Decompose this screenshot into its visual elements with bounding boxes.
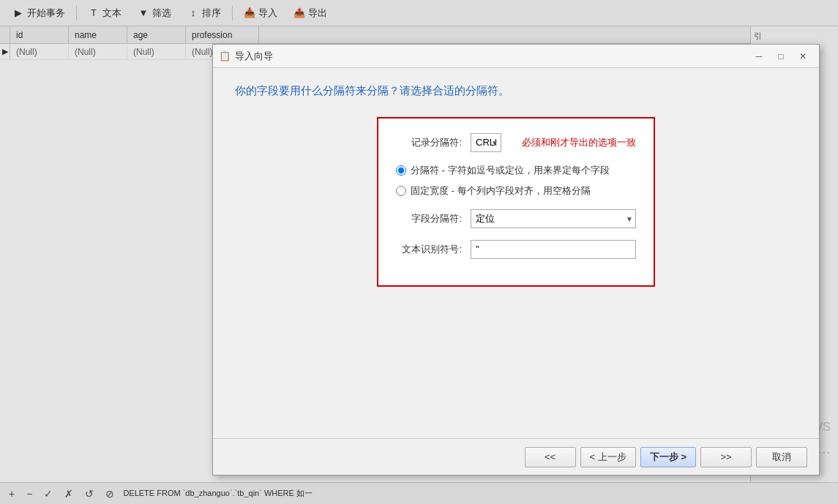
field-sep-row: 字段分隔符: 定位 逗号 分号 空格 ▼ — [396, 209, 636, 228]
field-sep-select[interactable]: 定位 逗号 分号 空格 — [471, 209, 636, 228]
radio-fixed-option[interactable]: 固定宽度 - 每个列内字段对齐，用空格分隔 — [396, 184, 636, 198]
record-sep-row: 记录分隔符: CRLF LF CR ▼ 必须和刚才导出的选项一致 — [396, 133, 636, 152]
question-text: 你的字段要用什么分隔符来分隔？请选择合适的分隔符。 — [235, 83, 797, 99]
record-sep-select[interactable]: CRLF LF CR — [471, 133, 501, 152]
text-qual-row: 文本识别符号: — [396, 240, 636, 259]
radio-delimited-label: 分隔符 - 字符如逗号或定位，用来界定每个字段 — [411, 164, 610, 177]
record-sep-label: 记录分隔符: — [396, 136, 462, 149]
field-sep-select-wrapper: 定位 逗号 分号 空格 ▼ — [471, 209, 636, 228]
radio-group: 分隔符 - 字符如逗号或定位，用来界定每个字段 固定宽度 - 每个列内字段对齐，… — [396, 164, 636, 198]
dialog-footer: << < 上一步 下一步 > >> 取消 — [213, 438, 819, 475]
radio-delimited-input[interactable] — [396, 165, 406, 176]
last-button[interactable]: >> — [700, 447, 752, 467]
radio-delimited-option[interactable]: 分隔符 - 字符如逗号或定位，用来界定每个字段 — [396, 164, 636, 177]
dialog-controls: ─ □ ✕ — [749, 48, 813, 64]
record-sep-select-wrapper: CRLF LF CR ▼ — [471, 133, 501, 152]
dialog-maximize-button[interactable]: □ — [771, 48, 791, 64]
hint-text: 必须和刚才导出的选项一致 — [522, 136, 636, 149]
dialog-titlebar: 📋 导入向导 ─ □ ✕ — [213, 45, 819, 68]
dialog-title-icon: 📋 — [219, 50, 231, 62]
first-button[interactable]: << — [525, 447, 576, 467]
import-dialog: 📋 导入向导 ─ □ ✕ 你的字段要用什么分隔符来分隔？请选择合适的分隔符。 记… — [212, 44, 820, 475]
field-sep-label: 字段分隔符: — [396, 212, 462, 225]
prev-button[interactable]: < 上一步 — [580, 447, 636, 467]
radio-fixed-label: 固定宽度 - 每个列内字段对齐，用空格分隔 — [411, 184, 591, 198]
dialog-title-text: 导入向导 — [235, 50, 749, 63]
dialog-body: 你的字段要用什么分隔符来分隔？请选择合适的分隔符。 记录分隔符: CRLF LF… — [213, 68, 819, 438]
radio-fixed-input[interactable] — [396, 186, 406, 196]
dialog-close-button[interactable]: ✕ — [793, 48, 813, 64]
text-qual-label: 文本识别符号: — [396, 243, 462, 256]
dialog-minimize-button[interactable]: ─ — [749, 48, 769, 64]
text-qual-input[interactable] — [471, 240, 636, 259]
next-button[interactable]: 下一步 > — [640, 447, 696, 467]
cancel-button[interactable]: 取消 — [756, 447, 807, 467]
form-box: 记录分隔符: CRLF LF CR ▼ 必须和刚才导出的选项一致 分隔符 - 字… — [377, 117, 655, 287]
